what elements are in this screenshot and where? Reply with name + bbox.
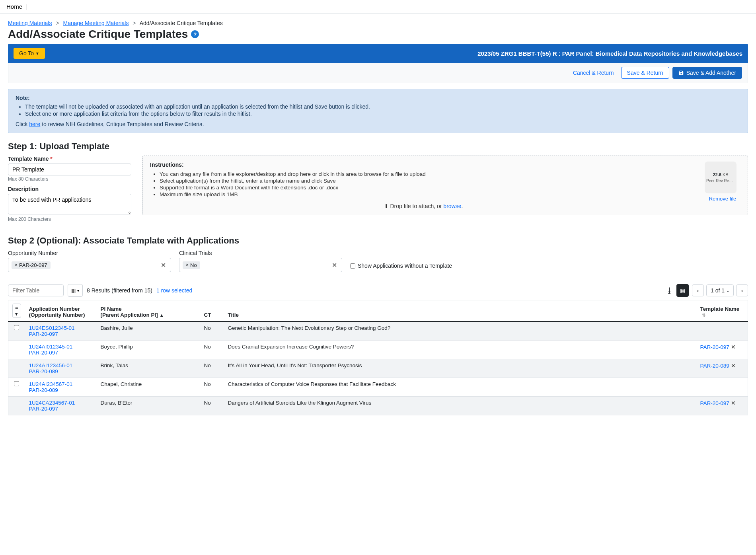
show-without-template-label: Show Applications Without a Template: [358, 263, 452, 269]
th-opp-number: (Opportunity Number): [29, 312, 93, 318]
prev-page-button[interactable]: ‹: [692, 284, 704, 296]
step1-heading: Step 1: Upload Template: [8, 141, 748, 152]
ct-value: No: [200, 397, 224, 415]
download-icon[interactable]: ⭳: [666, 286, 673, 295]
application-link[interactable]: 1U24AI234567-01: [29, 381, 73, 387]
chip-remove-icon[interactable]: ×: [15, 262, 18, 268]
selected-count: 1 row selected: [156, 287, 192, 294]
th-pi-name[interactable]: PI Name: [101, 306, 196, 312]
breadcrumb-link-1[interactable]: Manage Meeting Materials: [63, 20, 129, 26]
description-textarea[interactable]: [8, 194, 131, 214]
grid-icon: ▦: [680, 287, 685, 294]
instructions-title: Instructions:: [150, 162, 697, 168]
home-link[interactable]: Home: [6, 3, 22, 10]
opportunity-link[interactable]: PAR-20-089: [29, 387, 58, 393]
application-link[interactable]: 1U24AI123456-01: [29, 362, 73, 368]
row-actions-menu[interactable]: ≡ ▾: [12, 304, 21, 318]
th-template-name[interactable]: Template Name: [700, 306, 740, 312]
template-link[interactable]: PAR-20-089: [700, 363, 729, 369]
sort-asc-icon[interactable]: ▲: [160, 313, 164, 317]
opportunity-link[interactable]: PAR-20-097: [29, 406, 58, 412]
breadcrumb-current: Add/Associate Critique Templates: [140, 20, 223, 26]
th-title[interactable]: Title: [224, 300, 696, 322]
guidelines-link[interactable]: here: [29, 121, 40, 127]
opportunity-number-input[interactable]: × PAR-20-097 ✕: [8, 258, 171, 272]
application-link[interactable]: 1U24AI012345-01: [29, 344, 73, 350]
title-value: Dangers of Artificial Steroids Like the …: [224, 397, 696, 415]
name-hint: Max 80 Characters: [8, 176, 131, 182]
file-thumbnail[interactable]: 22.6 KB Peer Rev Revi...: [705, 162, 737, 193]
upload-icon: ⬆: [384, 203, 389, 209]
table-row: 1U24CA234567-01PAR-20-097Duras, B'EtorNo…: [8, 397, 748, 415]
instruction-item: Select application(s) from the hitlist, …: [160, 178, 697, 184]
goto-button[interactable]: Go To▼: [14, 48, 45, 59]
breadcrumb-link-0[interactable]: Meeting Materials: [8, 20, 52, 26]
save-return-button[interactable]: Save & Return: [621, 67, 669, 79]
opportunity-link[interactable]: PAR-20-097: [29, 350, 58, 356]
instruction-item: Supported file format is a Word Document…: [160, 185, 697, 191]
note-bullet: The template will not be uploaded or ass…: [25, 103, 740, 110]
description-label: Description: [8, 186, 131, 192]
template-link[interactable]: PAR-20-097: [700, 344, 729, 350]
help-icon[interactable]: ?: [191, 30, 199, 38]
title-value: Does Cranial Expansion Increase Cognitiv…: [224, 341, 696, 359]
opportunity-link[interactable]: PAR-20-089: [29, 368, 58, 374]
page-info[interactable]: 1 of 1 ⌄: [706, 284, 734, 296]
pi-name: Chapel, Christine: [97, 378, 200, 397]
th-ct[interactable]: CT: [200, 300, 224, 322]
template-name-input[interactable]: [8, 164, 131, 175]
remove-template-icon[interactable]: ✕: [731, 363, 736, 369]
row-checkbox[interactable]: [14, 381, 19, 386]
table-row: 1U24AI123456-01PAR-20-089Brink, TalasNoI…: [8, 359, 748, 378]
pi-name: Bashire, Julie: [97, 321, 200, 341]
title-value: Characteristics of Computer Voice Respon…: [224, 378, 696, 397]
instruction-item: Maximum file size upload is 1MB: [160, 191, 697, 197]
table-row: 1U24AI234567-01PAR-20-089Chapel, Christi…: [8, 378, 748, 397]
file-name: Peer Rev Revi...: [706, 179, 735, 183]
pi-name: Brink, Talas: [97, 359, 200, 378]
grid-view-button[interactable]: ▦: [676, 284, 689, 297]
clinical-trials-input[interactable]: × No ✕: [179, 258, 342, 272]
results-count: 8 Results (filtered from 15): [87, 287, 152, 294]
filter-table-input[interactable]: [8, 284, 64, 296]
clinical-trials-label: Clinical Trials: [179, 250, 342, 256]
breadcrumb: Meeting Materials > Manage Meeting Mater…: [8, 20, 748, 26]
upload-dropzone[interactable]: Instructions: You can drag any file from…: [142, 156, 748, 215]
row-checkbox[interactable]: [14, 325, 19, 330]
browse-link[interactable]: browse: [443, 203, 461, 209]
page-title: Add/Associate Critique Templates: [8, 28, 188, 41]
remove-template-icon[interactable]: ✕: [731, 400, 736, 406]
remove-template-icon[interactable]: ✕: [731, 344, 736, 350]
applications-table: ≡ ▾ Application Number (Opportunity Numb…: [8, 300, 748, 415]
instruction-item: You can drag any file from a file explor…: [160, 171, 697, 177]
template-link[interactable]: PAR-20-097: [700, 400, 729, 406]
note-title: Note:: [16, 95, 740, 101]
desc-hint: Max 200 Characters: [8, 216, 131, 222]
columns-icon: ▥: [71, 287, 76, 294]
show-without-template-checkbox[interactable]: [350, 263, 355, 269]
cancel-return-button[interactable]: Cancel & Return: [569, 67, 618, 79]
remove-file-link[interactable]: Remove file: [705, 196, 740, 202]
title-value: Genetic Manipulation: The Next Evolution…: [224, 321, 696, 341]
pi-name: Duras, B'Etor: [97, 397, 200, 415]
opportunity-link[interactable]: PAR-20-097: [29, 331, 58, 337]
chip-remove-icon[interactable]: ×: [186, 262, 189, 268]
note-box: Note: The template will not be uploaded …: [8, 89, 748, 133]
ct-value: No: [200, 378, 224, 397]
caret-down-icon: ▼: [35, 51, 39, 56]
title-value: It's All in Your Head, Until It's Not: T…: [224, 359, 696, 378]
th-app-number[interactable]: Application Number: [29, 306, 93, 312]
clear-icon[interactable]: ✕: [330, 261, 339, 269]
ct-value: No: [200, 321, 224, 341]
ct-value: No: [200, 341, 224, 359]
save-add-another-button[interactable]: Save & Add Another: [672, 67, 742, 79]
pi-name: Boyce, Phillip: [97, 341, 200, 359]
column-toggle-button[interactable]: ▥▾: [68, 284, 83, 297]
sort-icon[interactable]: ⇅: [702, 313, 705, 317]
table-row: 1U24AI012345-01PAR-20-097Boyce, PhillipN…: [8, 341, 748, 359]
next-page-button[interactable]: ›: [736, 284, 748, 296]
application-link[interactable]: 1U24CA234567-01: [29, 400, 75, 406]
template-name-label: Template Name *: [8, 156, 131, 162]
application-link[interactable]: 1U24ES012345-01: [29, 325, 75, 331]
clear-icon[interactable]: ✕: [159, 261, 168, 269]
